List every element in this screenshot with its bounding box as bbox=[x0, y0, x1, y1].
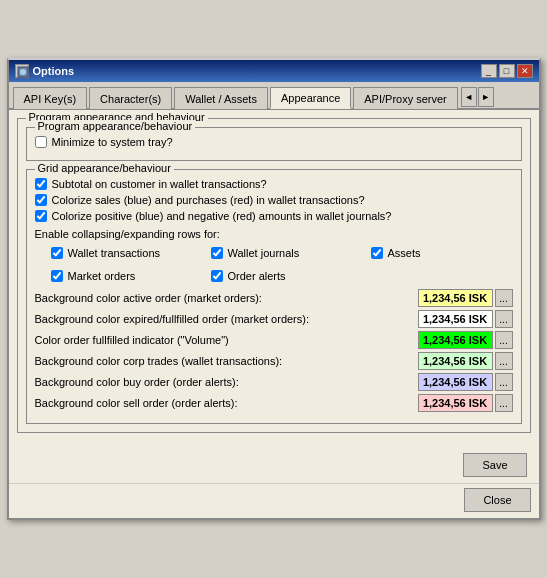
color-row-1: Background color expired/fullfilled orde… bbox=[35, 310, 513, 328]
color-preview-3: 1,234,56 ISK bbox=[418, 352, 493, 370]
colorize-sales-checkbox[interactable] bbox=[35, 194, 47, 206]
colorize-positive-label: Colorize positive (blue) and negative (r… bbox=[52, 210, 392, 222]
svg-point-1 bbox=[20, 69, 26, 75]
assets-row: Assets bbox=[371, 247, 471, 259]
wallet-transactions-label: Wallet transactions bbox=[68, 247, 161, 259]
tab-api-proxy[interactable]: API/Proxy server bbox=[353, 87, 458, 109]
tabs-bar: API Key(s) Character(s) Wallet / Assets … bbox=[9, 82, 539, 110]
tab-api-keys[interactable]: API Key(s) bbox=[13, 87, 88, 109]
outer-group: Program appearance and behaviour Program… bbox=[17, 118, 531, 433]
collapsing-label: Enable collapsing/expanding rows for: bbox=[35, 228, 513, 240]
minimize-tray-label: Minimize to system tray? bbox=[52, 136, 173, 148]
colorize-positive-checkbox[interactable] bbox=[35, 210, 47, 222]
tab-appearance[interactable]: Appearance bbox=[270, 87, 351, 109]
color-row-label-5: Background color sell order (order alert… bbox=[35, 397, 418, 409]
color-pick-button-1[interactable]: ... bbox=[495, 310, 513, 328]
collapsing-grid: Wallet transactions Wallet journals Asse… bbox=[51, 243, 513, 286]
color-preview-5: 1,234,56 ISK bbox=[418, 394, 493, 412]
tab-next-button[interactable]: ► bbox=[478, 87, 494, 107]
wallet-transactions-row: Wallet transactions bbox=[51, 247, 211, 259]
color-preview-1: 1,234,56 ISK bbox=[418, 310, 493, 328]
bottom-bar: Close bbox=[9, 483, 539, 518]
colorize-sales-row: Colorize sales (blue) and purchases (red… bbox=[35, 194, 513, 206]
color-row-label-2: Color order fullfilled indicator ("Volum… bbox=[35, 334, 418, 346]
subtotal-label: Subtotal on customer in wallet transacti… bbox=[52, 178, 267, 190]
colorize-sales-label: Colorize sales (blue) and purchases (red… bbox=[52, 194, 365, 206]
wallet-journals-label: Wallet journals bbox=[228, 247, 300, 259]
content-area: Program appearance and behaviour Program… bbox=[9, 110, 539, 447]
grid-appearance-group: Grid appearance/behaviour Subtotal on cu… bbox=[26, 169, 522, 424]
assets-label: Assets bbox=[388, 247, 421, 259]
color-row-3: Background color corp trades (wallet tra… bbox=[35, 352, 513, 370]
color-row-label-4: Background color buy order (order alerts… bbox=[35, 376, 418, 388]
subtotal-row: Subtotal on customer in wallet transacti… bbox=[35, 178, 513, 190]
wallet-journals-row: Wallet journals bbox=[211, 247, 371, 259]
wallet-transactions-checkbox[interactable] bbox=[51, 247, 63, 259]
order-alerts-row: Order alerts bbox=[211, 270, 371, 282]
tab-characters[interactable]: Character(s) bbox=[89, 87, 172, 109]
assets-checkbox[interactable] bbox=[371, 247, 383, 259]
color-row-2: Color order fullfilled indicator ("Volum… bbox=[35, 331, 513, 349]
color-pick-button-5[interactable]: ... bbox=[495, 394, 513, 412]
minimize-tray-row: Minimize to system tray? bbox=[35, 136, 513, 148]
window-title: Options bbox=[33, 65, 75, 77]
color-pick-button-2[interactable]: ... bbox=[495, 331, 513, 349]
color-rows-container: Background color active order (market or… bbox=[35, 289, 513, 412]
grid-appearance-title: Grid appearance/behaviour bbox=[35, 162, 174, 174]
maximize-button[interactable]: □ bbox=[499, 64, 515, 78]
market-orders-row: Market orders bbox=[51, 270, 211, 282]
color-row-4: Background color buy order (order alerts… bbox=[35, 373, 513, 391]
market-orders-label: Market orders bbox=[68, 270, 136, 282]
title-bar-controls: _ □ ✕ bbox=[481, 64, 533, 78]
colorize-positive-row: Colorize positive (blue) and negative (r… bbox=[35, 210, 513, 222]
close-button[interactable]: Close bbox=[464, 488, 530, 512]
market-orders-checkbox[interactable] bbox=[51, 270, 63, 282]
color-preview-2: 1,234,56 ISK bbox=[418, 331, 493, 349]
color-row-label-1: Background color expired/fullfilled orde… bbox=[35, 313, 418, 325]
subtotal-checkbox[interactable] bbox=[35, 178, 47, 190]
color-preview-4: 1,234,56 ISK bbox=[418, 373, 493, 391]
close-button[interactable]: ✕ bbox=[517, 64, 533, 78]
color-pick-button-3[interactable]: ... bbox=[495, 352, 513, 370]
color-row-0: Background color active order (market or… bbox=[35, 289, 513, 307]
color-pick-button-0[interactable]: ... bbox=[495, 289, 513, 307]
minimize-tray-checkbox[interactable] bbox=[35, 136, 47, 148]
tab-prev-button[interactable]: ◄ bbox=[461, 87, 477, 107]
title-bar-left: Options bbox=[15, 64, 75, 78]
footer: Save bbox=[9, 447, 539, 483]
program-appearance-title: Program appearance/behaviour bbox=[35, 120, 196, 132]
wallet-journals-checkbox[interactable] bbox=[211, 247, 223, 259]
title-bar: Options _ □ ✕ bbox=[9, 60, 539, 82]
program-appearance-group: Program appearance/behaviour Minimize to… bbox=[26, 127, 522, 161]
color-row-5: Background color sell order (order alert… bbox=[35, 394, 513, 412]
color-row-label-0: Background color active order (market or… bbox=[35, 292, 418, 304]
minimize-button[interactable]: _ bbox=[481, 64, 497, 78]
order-alerts-label: Order alerts bbox=[228, 270, 286, 282]
save-button[interactable]: Save bbox=[463, 453, 526, 477]
order-alerts-checkbox[interactable] bbox=[211, 270, 223, 282]
window-icon bbox=[15, 64, 29, 78]
color-pick-button-4[interactable]: ... bbox=[495, 373, 513, 391]
color-preview-0: 1,234,56 ISK bbox=[418, 289, 493, 307]
options-window: Options _ □ ✕ API Key(s) Character(s) Wa… bbox=[7, 58, 541, 520]
color-row-label-3: Background color corp trades (wallet tra… bbox=[35, 355, 418, 367]
tab-wallet-assets[interactable]: Wallet / Assets bbox=[174, 87, 268, 109]
